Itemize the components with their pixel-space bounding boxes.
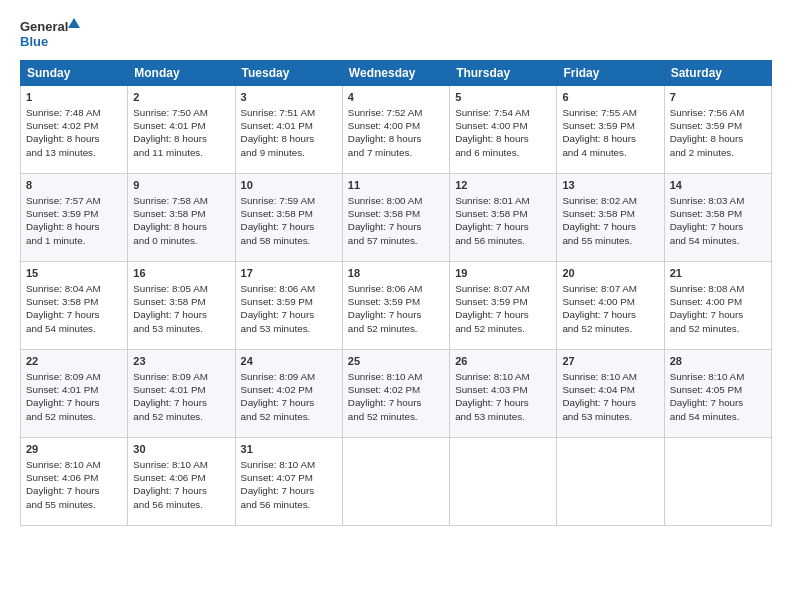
day-info: Sunrise: 8:10 AMSunset: 4:02 PMDaylight:… [348, 370, 444, 423]
day-info: Sunrise: 8:09 AMSunset: 4:01 PMDaylight:… [133, 370, 229, 423]
calendar-week-4: 22Sunrise: 8:09 AMSunset: 4:01 PMDayligh… [21, 350, 772, 438]
day-number: 29 [26, 442, 122, 457]
calendar-cell: 19Sunrise: 8:07 AMSunset: 3:59 PMDayligh… [450, 262, 557, 350]
day-number: 20 [562, 266, 658, 281]
calendar-cell: 17Sunrise: 8:06 AMSunset: 3:59 PMDayligh… [235, 262, 342, 350]
calendar-cell: 20Sunrise: 8:07 AMSunset: 4:00 PMDayligh… [557, 262, 664, 350]
day-number: 22 [26, 354, 122, 369]
day-info: Sunrise: 8:10 AMSunset: 4:03 PMDaylight:… [455, 370, 551, 423]
day-info: Sunrise: 8:10 AMSunset: 4:07 PMDaylight:… [241, 458, 337, 511]
day-info: Sunrise: 8:03 AMSunset: 3:58 PMDaylight:… [670, 194, 766, 247]
day-info: Sunrise: 8:10 AMSunset: 4:06 PMDaylight:… [133, 458, 229, 511]
col-header-thursday: Thursday [450, 61, 557, 86]
svg-text:Blue: Blue [20, 34, 48, 49]
calendar-cell: 10Sunrise: 7:59 AMSunset: 3:58 PMDayligh… [235, 174, 342, 262]
calendar-cell: 22Sunrise: 8:09 AMSunset: 4:01 PMDayligh… [21, 350, 128, 438]
day-number: 15 [26, 266, 122, 281]
day-number: 1 [26, 90, 122, 105]
calendar-header-row: SundayMondayTuesdayWednesdayThursdayFrid… [21, 61, 772, 86]
calendar-cell [557, 438, 664, 526]
day-number: 9 [133, 178, 229, 193]
calendar-cell: 16Sunrise: 8:05 AMSunset: 3:58 PMDayligh… [128, 262, 235, 350]
calendar-cell: 18Sunrise: 8:06 AMSunset: 3:59 PMDayligh… [342, 262, 449, 350]
day-number: 26 [455, 354, 551, 369]
logo: General Blue [20, 16, 80, 52]
day-info: Sunrise: 7:51 AMSunset: 4:01 PMDaylight:… [241, 106, 337, 159]
col-header-sunday: Sunday [21, 61, 128, 86]
calendar-week-1: 1Sunrise: 7:48 AMSunset: 4:02 PMDaylight… [21, 86, 772, 174]
calendar-cell: 5Sunrise: 7:54 AMSunset: 4:00 PMDaylight… [450, 86, 557, 174]
calendar-cell: 25Sunrise: 8:10 AMSunset: 4:02 PMDayligh… [342, 350, 449, 438]
calendar-cell: 12Sunrise: 8:01 AMSunset: 3:58 PMDayligh… [450, 174, 557, 262]
day-info: Sunrise: 7:58 AMSunset: 3:58 PMDaylight:… [133, 194, 229, 247]
day-number: 25 [348, 354, 444, 369]
day-number: 19 [455, 266, 551, 281]
calendar-cell: 4Sunrise: 7:52 AMSunset: 4:00 PMDaylight… [342, 86, 449, 174]
calendar-week-5: 29Sunrise: 8:10 AMSunset: 4:06 PMDayligh… [21, 438, 772, 526]
day-info: Sunrise: 8:09 AMSunset: 4:01 PMDaylight:… [26, 370, 122, 423]
day-info: Sunrise: 8:10 AMSunset: 4:04 PMDaylight:… [562, 370, 658, 423]
day-number: 16 [133, 266, 229, 281]
page: General Blue SundayMondayTuesdayWednesda… [0, 0, 792, 612]
calendar-cell: 28Sunrise: 8:10 AMSunset: 4:05 PMDayligh… [664, 350, 771, 438]
day-number: 28 [670, 354, 766, 369]
day-number: 17 [241, 266, 337, 281]
day-info: Sunrise: 7:59 AMSunset: 3:58 PMDaylight:… [241, 194, 337, 247]
day-info: Sunrise: 7:56 AMSunset: 3:59 PMDaylight:… [670, 106, 766, 159]
calendar-cell: 31Sunrise: 8:10 AMSunset: 4:07 PMDayligh… [235, 438, 342, 526]
day-info: Sunrise: 8:02 AMSunset: 3:58 PMDaylight:… [562, 194, 658, 247]
day-number: 12 [455, 178, 551, 193]
calendar-cell: 11Sunrise: 8:00 AMSunset: 3:58 PMDayligh… [342, 174, 449, 262]
day-info: Sunrise: 7:55 AMSunset: 3:59 PMDaylight:… [562, 106, 658, 159]
day-info: Sunrise: 8:07 AMSunset: 4:00 PMDaylight:… [562, 282, 658, 335]
svg-text:General: General [20, 19, 68, 34]
header: General Blue [20, 16, 772, 52]
day-info: Sunrise: 8:07 AMSunset: 3:59 PMDaylight:… [455, 282, 551, 335]
calendar-cell [664, 438, 771, 526]
day-info: Sunrise: 7:50 AMSunset: 4:01 PMDaylight:… [133, 106, 229, 159]
calendar-table: SundayMondayTuesdayWednesdayThursdayFrid… [20, 60, 772, 526]
day-info: Sunrise: 8:08 AMSunset: 4:00 PMDaylight:… [670, 282, 766, 335]
svg-marker-2 [68, 18, 80, 28]
calendar-cell: 6Sunrise: 7:55 AMSunset: 3:59 PMDaylight… [557, 86, 664, 174]
calendar-cell: 21Sunrise: 8:08 AMSunset: 4:00 PMDayligh… [664, 262, 771, 350]
day-number: 18 [348, 266, 444, 281]
day-number: 7 [670, 90, 766, 105]
day-number: 24 [241, 354, 337, 369]
day-info: Sunrise: 7:48 AMSunset: 4:02 PMDaylight:… [26, 106, 122, 159]
calendar-cell: 8Sunrise: 7:57 AMSunset: 3:59 PMDaylight… [21, 174, 128, 262]
calendar-cell: 15Sunrise: 8:04 AMSunset: 3:58 PMDayligh… [21, 262, 128, 350]
day-info: Sunrise: 8:10 AMSunset: 4:05 PMDaylight:… [670, 370, 766, 423]
day-number: 11 [348, 178, 444, 193]
day-info: Sunrise: 7:54 AMSunset: 4:00 PMDaylight:… [455, 106, 551, 159]
day-info: Sunrise: 8:10 AMSunset: 4:06 PMDaylight:… [26, 458, 122, 511]
day-number: 31 [241, 442, 337, 457]
day-info: Sunrise: 8:01 AMSunset: 3:58 PMDaylight:… [455, 194, 551, 247]
day-number: 21 [670, 266, 766, 281]
day-number: 14 [670, 178, 766, 193]
logo-svg: General Blue [20, 16, 80, 52]
calendar-cell [450, 438, 557, 526]
day-number: 27 [562, 354, 658, 369]
day-info: Sunrise: 8:00 AMSunset: 3:58 PMDaylight:… [348, 194, 444, 247]
day-number: 2 [133, 90, 229, 105]
calendar-cell: 3Sunrise: 7:51 AMSunset: 4:01 PMDaylight… [235, 86, 342, 174]
calendar-cell: 1Sunrise: 7:48 AMSunset: 4:02 PMDaylight… [21, 86, 128, 174]
calendar-cell: 27Sunrise: 8:10 AMSunset: 4:04 PMDayligh… [557, 350, 664, 438]
day-info: Sunrise: 8:05 AMSunset: 3:58 PMDaylight:… [133, 282, 229, 335]
col-header-tuesday: Tuesday [235, 61, 342, 86]
calendar-cell: 23Sunrise: 8:09 AMSunset: 4:01 PMDayligh… [128, 350, 235, 438]
calendar-cell: 14Sunrise: 8:03 AMSunset: 3:58 PMDayligh… [664, 174, 771, 262]
day-number: 23 [133, 354, 229, 369]
day-info: Sunrise: 7:57 AMSunset: 3:59 PMDaylight:… [26, 194, 122, 247]
calendar-cell: 29Sunrise: 8:10 AMSunset: 4:06 PMDayligh… [21, 438, 128, 526]
calendar-cell: 30Sunrise: 8:10 AMSunset: 4:06 PMDayligh… [128, 438, 235, 526]
day-info: Sunrise: 8:04 AMSunset: 3:58 PMDaylight:… [26, 282, 122, 335]
day-number: 3 [241, 90, 337, 105]
calendar-cell: 26Sunrise: 8:10 AMSunset: 4:03 PMDayligh… [450, 350, 557, 438]
day-number: 10 [241, 178, 337, 193]
day-info: Sunrise: 8:06 AMSunset: 3:59 PMDaylight:… [348, 282, 444, 335]
col-header-wednesday: Wednesday [342, 61, 449, 86]
calendar-cell [342, 438, 449, 526]
calendar-cell: 2Sunrise: 7:50 AMSunset: 4:01 PMDaylight… [128, 86, 235, 174]
